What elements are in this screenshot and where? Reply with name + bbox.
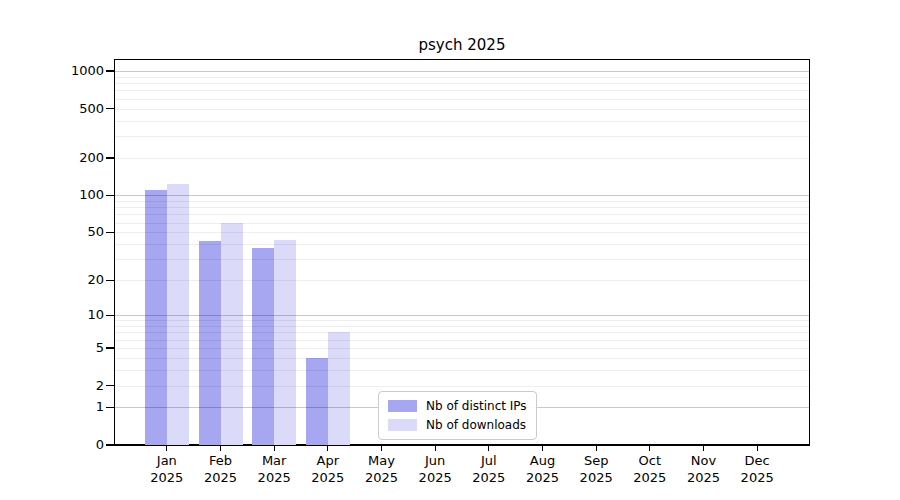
y-axis-tick-label: 0	[4, 437, 104, 453]
gridline-minor	[115, 259, 809, 260]
x-axis-tick-label: Dec2025	[725, 452, 789, 486]
figure: psych 2025 01251020501002005001000 Jan20…	[0, 0, 900, 500]
gridline-minor	[115, 358, 809, 359]
y-axis-tick-label: 20	[4, 272, 104, 288]
x-axis-tick-mark	[542, 446, 543, 451]
y-axis-tick-label: 100	[4, 187, 104, 203]
x-axis-tick-mark	[488, 446, 489, 451]
x-axis-tick-mark	[596, 446, 597, 451]
bar-nb-of-downloads-apr-2025	[328, 332, 350, 445]
y-axis-tick-mark	[106, 108, 114, 109]
y-axis-tick-label: 200	[4, 150, 104, 166]
y-axis-tick-label: 10	[4, 307, 104, 323]
gridline-major	[115, 195, 809, 196]
bar-nb-of-distinct-ips-feb-2025	[199, 241, 221, 445]
y-axis-tick-label: 1000	[4, 63, 104, 79]
gridline-major	[115, 71, 809, 72]
y-axis-tick-label: 5	[4, 340, 104, 356]
y-axis-tick-mark	[106, 232, 114, 233]
gridline-minor	[115, 370, 809, 371]
x-axis-tick-mark	[435, 446, 436, 451]
bar-nb-of-downloads-mar-2025	[274, 240, 296, 445]
x-axis-tick-mark	[649, 446, 650, 451]
legend-item: Nb of distinct IPs	[388, 399, 527, 413]
spine-top	[114, 59, 810, 60]
bar-nb-of-downloads-feb-2025	[221, 223, 243, 445]
gridline-minor	[115, 320, 809, 321]
gridline-minor	[115, 386, 809, 387]
x-axis-tick-mark	[220, 446, 221, 451]
y-axis-tick-label: 500	[4, 101, 104, 117]
chart-title: psych 2025	[114, 36, 810, 54]
plot-area	[114, 59, 810, 445]
gridline-minor	[115, 214, 809, 215]
x-axis-tick-mark	[327, 446, 328, 451]
legend-swatch	[388, 400, 417, 412]
y-axis-tick-mark	[106, 444, 114, 445]
x-axis-tick-mark	[166, 446, 167, 451]
y-axis-tick-mark	[106, 195, 114, 196]
y-axis-tick-label: 50	[4, 224, 104, 240]
x-axis-tick-mark	[381, 446, 382, 451]
y-axis-tick-label: 1	[4, 399, 104, 415]
gridline-minor	[115, 207, 809, 208]
spine-right	[809, 59, 810, 445]
gridline-minor	[115, 244, 809, 245]
legend-swatch	[388, 419, 417, 431]
gridline-minor	[115, 223, 809, 224]
legend-label: Nb of downloads	[426, 418, 526, 432]
y-axis-tick-mark	[106, 407, 114, 408]
y-axis-tick-label: 2	[4, 378, 104, 394]
gridline-minor	[115, 332, 809, 333]
gridline-minor	[115, 158, 809, 159]
gridline-minor	[115, 326, 809, 327]
gridline-minor	[115, 280, 809, 281]
gridline-major	[115, 315, 809, 316]
gridline-minor	[115, 136, 809, 137]
gridline-minor	[115, 77, 809, 78]
x-axis-tick-mark	[757, 446, 758, 451]
x-axis-tick-mark	[703, 446, 704, 451]
gridline-minor	[115, 83, 809, 84]
y-axis-tick-mark	[106, 315, 114, 316]
gridline-minor	[115, 90, 809, 91]
gridline-minor	[115, 109, 809, 110]
y-axis-tick-mark	[106, 347, 114, 348]
bar-nb-of-distinct-ips-mar-2025	[252, 248, 274, 445]
gridline-minor	[115, 340, 809, 341]
x-axis-tick-mark	[274, 446, 275, 451]
y-axis-tick-mark	[106, 280, 114, 281]
gridline-minor	[115, 121, 809, 122]
y-axis-tick-mark	[106, 385, 114, 386]
y-axis-tick-mark	[106, 70, 114, 71]
y-axis-tick-mark	[106, 157, 114, 158]
legend-item: Nb of downloads	[388, 418, 527, 432]
gridline-minor	[115, 232, 809, 233]
bar-nb-of-distinct-ips-apr-2025	[306, 358, 328, 445]
gridline-minor	[115, 201, 809, 202]
spine-left	[114, 59, 115, 445]
legend-label: Nb of distinct IPs	[426, 399, 527, 413]
gridline-minor	[115, 348, 809, 349]
legend: Nb of distinct IPsNb of downloads	[378, 391, 537, 440]
gridline-minor	[115, 99, 809, 100]
